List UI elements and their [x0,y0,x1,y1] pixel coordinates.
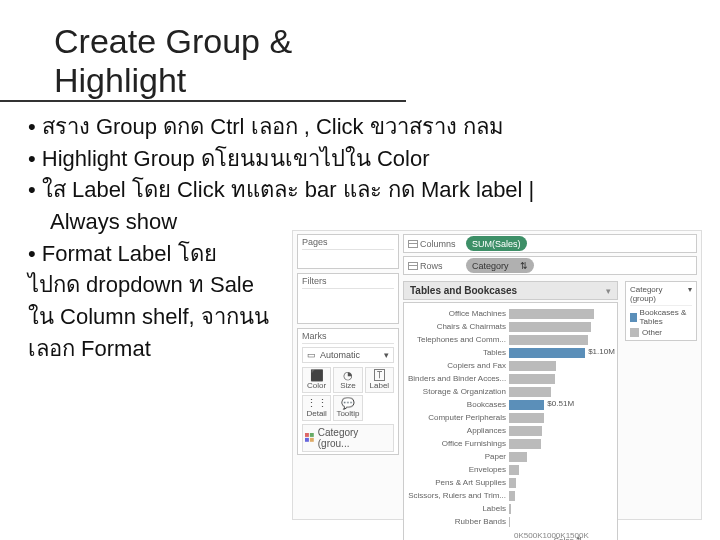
chart-title-bar[interactable]: Tables and Bookcases ▾ [403,281,618,300]
marks-type-dropdown[interactable]: ▭ Automatic ▾ [302,347,394,363]
bar-fill[interactable] [509,478,516,488]
bullet-1: • สราง Group ดกด Ctrl เลอก , Click ขวาสร… [28,112,550,142]
marks-tooltip-button[interactable]: 💬Tooltip [333,395,362,421]
bar-label: Rubber Bands [408,517,506,526]
bar-fill[interactable] [509,400,544,410]
marks-auto-text: Automatic [320,350,360,360]
bar-fill[interactable] [509,387,551,397]
bar-row[interactable]: Office Machines [408,307,613,320]
tableau-screenshot: Pages Filters Marks ▭ Automatic ▾ ⬛Color… [292,230,702,520]
bullet-2: • Highlight Group ดโยนมนเขาไปใน Color [28,144,550,174]
pages-shelf[interactable]: Pages [297,234,399,269]
chart-area[interactable]: Office MachinesChairs & ChairmatsTelepho… [403,302,618,540]
color-legend-icon [305,433,315,443]
bar-row[interactable]: Computer Peripherals [408,411,613,424]
tooltip-icon: 💬 [341,398,355,409]
columns-shelf[interactable]: Columns SUM(Sales) [403,234,697,253]
bar-fill[interactable] [509,504,511,514]
pages-label: Pages [302,237,394,250]
bar-row[interactable]: Telephones and Comm... [408,333,613,346]
bar-row[interactable]: Storage & Organization [408,385,613,398]
bar-label: Paper [408,452,506,461]
svg-rect-3 [310,438,314,442]
marks-card[interactable]: Marks ▭ Automatic ▾ ⬛Color ◔Size 🅃Label … [297,328,399,455]
bar-label: Scissors, Rulers and Trim... [408,491,506,500]
rows-shelf[interactable]: Rows Category ⇅ [403,256,697,275]
bar-label: Bookcases [408,400,506,409]
bar-row[interactable]: Labels [408,502,613,515]
bar-label: Office Furnishings [408,439,506,448]
columns-pill[interactable]: SUM(Sales) [466,236,527,251]
chart-title: Tables and Bookcases [410,285,517,296]
bar-label: Chairs & Chairmats [408,322,506,331]
marks-color-pill-text: Category (grou... [318,427,391,449]
bar-value-label: $0.51M [547,399,574,408]
bar-fill[interactable] [509,517,510,527]
marks-color-button[interactable]: ⬛Color [302,367,331,393]
bar-row[interactable]: Chairs & Chairmats [408,320,613,333]
legend-item[interactable]: Bookcases & Tables [630,308,692,326]
bar-row[interactable]: Pens & Art Supplies [408,476,613,489]
bar-label: Telephones and Comm... [408,335,506,344]
bar-fill[interactable] [509,374,555,384]
marks-color-pill[interactable]: Category (grou... [302,424,394,452]
sort-icon: ⇅ [520,261,528,271]
bar-row[interactable]: Paper [408,450,613,463]
x-axis-label: Sales ⇅ [554,536,583,540]
bar-label: Computer Peripherals [408,413,506,422]
bar-fill[interactable] [509,348,585,358]
marks-label-button[interactable]: 🅃Label [365,367,394,393]
bar-icon: ▭ [307,350,316,360]
legend-swatch-icon [630,328,639,337]
chevron-down-icon[interactable]: ▾ [606,286,611,296]
bar-fill[interactable] [509,426,542,436]
bar-row[interactable]: Rubber Bands [408,515,613,528]
bar-label: Copiers and Fax [408,361,506,370]
marks-label: Marks [302,331,394,344]
legend-item[interactable]: Other [630,328,692,337]
bar-fill[interactable] [509,452,527,462]
bullet-3: • ใส Label โดย Click ทแตละ bar และ กด Ma… [28,175,550,205]
bar-label: Tables [408,348,506,357]
bar-label: Office Machines [408,309,506,318]
bar-row[interactable]: Appliances [408,424,613,437]
bar-row[interactable]: Copiers and Fax [408,359,613,372]
marks-detail-button[interactable]: ⋮⋮Detail [302,395,331,421]
bar-label: Binders and Binder Acces... [408,374,506,383]
bar-fill[interactable] [509,322,591,332]
bar-label: Envelopes [408,465,506,474]
bar-row[interactable]: Envelopes [408,463,613,476]
legend-swatch-icon [630,313,637,322]
bar-row[interactable]: Tables$1.10M [408,346,613,359]
color-icon: ⬛ [310,370,324,381]
color-legend[interactable]: Category (group)▾ Bookcases & Tables Oth… [625,281,697,341]
sort-indicator-icon: ⇅ [576,536,583,540]
bar-row[interactable]: Bookcases$0.51M [408,398,613,411]
svg-rect-1 [310,433,314,437]
bar-value-label: $1.10M [588,347,615,356]
bar-row[interactable]: Scissors, Rulers and Trim... [408,489,613,502]
chevron-down-icon[interactable]: ▾ [688,285,692,303]
bar-row[interactable]: Binders and Binder Acces... [408,372,613,385]
bar-label: Appliances [408,426,506,435]
bar-fill[interactable] [509,439,541,449]
detail-icon: ⋮⋮ [306,398,328,409]
bar-label: Pens & Art Supplies [408,478,506,487]
columns-icon [408,240,418,248]
bar-label: Labels [408,504,506,513]
svg-rect-2 [305,438,309,442]
bar-fill[interactable] [509,335,588,345]
svg-rect-0 [305,433,309,437]
filters-shelf[interactable]: Filters [297,273,399,324]
bar-row[interactable]: Office Furnishings [408,437,613,450]
x-axis: 0K 500K 1000K 1500K [514,531,547,540]
bar-fill[interactable] [509,465,519,475]
bar-fill[interactable] [509,413,544,423]
bar-fill[interactable] [509,491,515,501]
rows-pill[interactable]: Category ⇅ [466,258,534,273]
size-icon: ◔ [343,370,353,381]
marks-size-button[interactable]: ◔Size [333,367,362,393]
bar-label: Storage & Organization [408,387,506,396]
bar-fill[interactable] [509,361,556,371]
bar-fill[interactable] [509,309,594,319]
